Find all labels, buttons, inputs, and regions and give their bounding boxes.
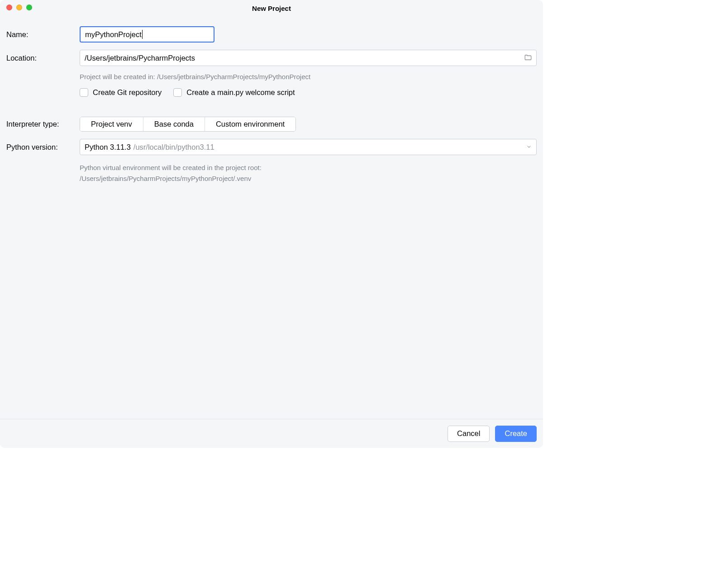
checkbox-row: Create Git repository Create a main.py w… bbox=[6, 88, 537, 97]
interpreter-type-conda[interactable]: Base conda bbox=[143, 117, 205, 131]
minimize-window-button[interactable] bbox=[16, 5, 22, 10]
location-value: /Users/jetbrains/PycharmProjects bbox=[85, 54, 195, 62]
venv-hint-line2: /Users/jetbrains/PycharmProjects/myPytho… bbox=[80, 173, 537, 184]
python-version-row: Python version: Python 3.11.3 /usr/local… bbox=[6, 139, 537, 155]
git-repository-label: Create Git repository bbox=[93, 88, 162, 97]
new-project-dialog: New Project Name: myPythonProject Locati… bbox=[0, 0, 543, 448]
python-version-dropdown[interactable]: Python 3.11.3 /usr/local/bin/python3.11 bbox=[80, 139, 537, 155]
interpreter-type-segmented: Project venv Base conda Custom environme… bbox=[80, 117, 296, 132]
interpreter-type-label: Interpreter type: bbox=[6, 120, 80, 128]
name-label: Name: bbox=[6, 30, 80, 39]
chevron-down-icon bbox=[526, 143, 532, 152]
text-caret bbox=[142, 30, 143, 39]
project-name-value: myPythonProject bbox=[85, 30, 142, 39]
browse-location-button[interactable] bbox=[523, 53, 533, 63]
created-in-hint: Project will be created in: /Users/jetbr… bbox=[6, 71, 537, 82]
titlebar: New Project bbox=[0, 0, 543, 16]
python-version-path: /usr/local/bin/python3.11 bbox=[133, 143, 214, 152]
window-controls bbox=[6, 5, 32, 10]
interpreter-type-venv[interactable]: Project venv bbox=[80, 117, 143, 131]
dialog-content: Name: myPythonProject Location: /Users/j… bbox=[0, 16, 543, 419]
checkbox-box bbox=[173, 88, 182, 97]
interpreter-type-custom[interactable]: Custom environment bbox=[205, 117, 295, 131]
python-version-name: Python 3.11.3 bbox=[85, 143, 131, 152]
cancel-button[interactable]: Cancel bbox=[448, 426, 490, 442]
dialog-footer: Cancel Create bbox=[0, 419, 543, 448]
location-input[interactable]: /Users/jetbrains/PycharmProjects bbox=[80, 50, 537, 66]
venv-hint-line1: Python virtual environment will be creat… bbox=[80, 162, 537, 173]
close-window-button[interactable] bbox=[6, 5, 12, 10]
maximize-window-button[interactable] bbox=[26, 5, 32, 10]
project-name-input[interactable]: myPythonProject bbox=[80, 26, 214, 43]
git-repository-checkbox[interactable]: Create Git repository bbox=[80, 88, 162, 97]
welcome-script-label: Create a main.py welcome script bbox=[186, 88, 295, 97]
python-version-label: Python version: bbox=[6, 143, 80, 152]
name-row: Name: myPythonProject bbox=[6, 26, 537, 43]
window-title: New Project bbox=[252, 5, 291, 12]
location-label: Location: bbox=[6, 54, 80, 62]
welcome-script-checkbox[interactable]: Create a main.py welcome script bbox=[173, 88, 295, 97]
create-button[interactable]: Create bbox=[495, 426, 537, 442]
venv-hint: Python virtual environment will be creat… bbox=[6, 162, 537, 184]
checkbox-box bbox=[80, 88, 88, 97]
interpreter-type-row: Interpreter type: Project venv Base cond… bbox=[6, 117, 537, 132]
folder-icon bbox=[524, 53, 532, 63]
location-row: Location: /Users/jetbrains/PycharmProjec… bbox=[6, 50, 537, 66]
